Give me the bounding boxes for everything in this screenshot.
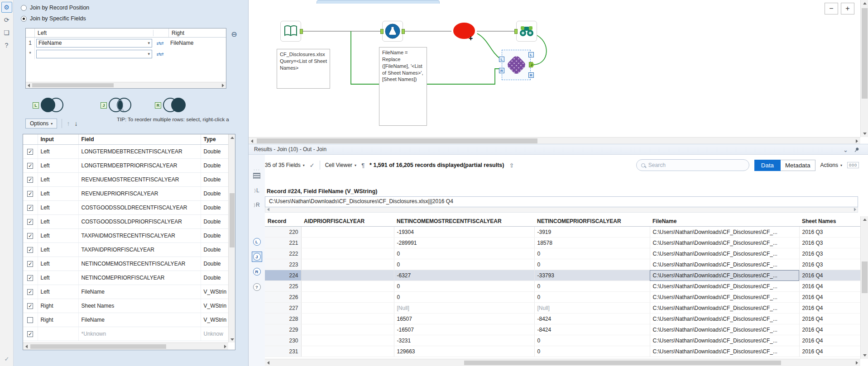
paid-prior-cell[interactable]	[301, 346, 394, 357]
cell-value-scrollbar[interactable]	[265, 207, 858, 213]
record-cell[interactable]: 228	[265, 314, 301, 324]
scroll-right-icon[interactable]	[852, 207, 858, 212]
field-checkbox[interactable]	[27, 219, 33, 225]
show-whitespace-icon[interactable]: ¶	[361, 162, 364, 169]
filename-cell[interactable]: C:\Users\Nathan\Downloads\CF_Disclosures…	[650, 346, 799, 357]
input-anchor[interactable]	[380, 29, 384, 34]
scroll-up-icon[interactable]	[861, 216, 868, 223]
data-row[interactable]: 226 0 0 C:\Users\Nathan\Downloads\CF_Dis…	[265, 292, 860, 303]
workflow-refresh-icon[interactable]: ⟳	[1, 14, 12, 25]
record-cell[interactable]: 223	[265, 259, 301, 270]
filename-cell[interactable]: C:\Users\Nathan\Downloads\CF_Disclosures…	[650, 259, 799, 270]
metadata-tab-button[interactable]: Metadata	[781, 160, 815, 171]
filename-cell[interactable]: C:\Users\Nathan\Downloads\CF_Disclosures…	[650, 238, 799, 248]
sheet-names-cell[interactable]: 2016 Q4	[799, 346, 860, 357]
radio-selected-icon[interactable]	[21, 16, 27, 22]
scroll-down-icon[interactable]	[861, 130, 868, 137]
field-row[interactable]: Right FileName V_WStrin	[23, 313, 228, 327]
join-by-record-position-option[interactable]: Join by Record Position	[21, 5, 248, 11]
field-row[interactable]: Left COSTGOODSSOLDRECENTFISCALYEAR Doubl…	[23, 200, 228, 214]
net-income-recent-cell[interactable]: 0	[394, 281, 534, 292]
grid-vertical-scrollbar[interactable]	[860, 216, 868, 359]
remove-join-row-button[interactable]: ⊖	[229, 29, 239, 39]
net-income-recent-cell[interactable]: 0	[394, 292, 534, 303]
net-income-prior-cell[interactable]: 0	[534, 281, 650, 292]
scroll-left-icon[interactable]	[249, 138, 255, 144]
field-checkbox[interactable]	[27, 261, 33, 267]
sheet-names-cell[interactable]: 2016 Q4	[799, 314, 860, 324]
sheet-names-cell[interactable]: 2016 Q3	[799, 227, 860, 238]
field-row[interactable]: Left TAXPAIDMOSTRECENTFISCALYEAR Double	[23, 228, 228, 242]
data-row[interactable]: 222 0 0 C:\Users\Nathan\Downloads\CF_Dis…	[265, 248, 860, 259]
field-checkbox[interactable]	[27, 177, 33, 183]
data-row[interactable]: 220 -19304 -3919 C:\Users\Nathan\Downloa…	[265, 227, 860, 238]
field-checkbox[interactable]	[27, 149, 33, 155]
move-row-down-icon[interactable]: ↓	[74, 120, 77, 127]
net-income-prior-cell[interactable]: 0	[534, 292, 650, 303]
paid-prior-cell[interactable]	[301, 303, 394, 314]
field-row[interactable]: Left TAXPAIDPRIORFISCALYEAR Double	[23, 242, 228, 257]
net-income-prior-cell[interactable]: [Null]	[534, 303, 650, 314]
records-view-button[interactable]	[249, 173, 265, 180]
net-income-prior-column-header[interactable]: NETINCOMEPRIORFISCALYEAR	[534, 216, 650, 227]
record-cell[interactable]: 221	[265, 238, 301, 248]
output-anchor[interactable]	[300, 29, 303, 34]
scroll-right-icon[interactable]	[220, 82, 226, 88]
input-tool-annotation[interactable]: CF_Disclosures.xlsx Query=<List of Sheet…	[277, 49, 330, 89]
sheet-names-cell[interactable]: 2016 Q4	[799, 335, 860, 346]
field-checkbox[interactable]	[27, 163, 33, 169]
field-checkbox[interactable]	[27, 205, 33, 211]
scroll-right-icon[interactable]	[222, 343, 228, 350]
zoom-in-button[interactable]: +	[841, 3, 854, 14]
field-row[interactable]: Left REVENUEPRIORFISCALYEAR Double	[23, 186, 228, 200]
net-income-recent-cell[interactable]: -289991	[394, 238, 534, 248]
field-checkbox[interactable]	[27, 289, 33, 295]
join-output-left-anchor[interactable]: L	[528, 52, 534, 57]
horizontal-scrollbar[interactable]	[26, 82, 226, 88]
search-box[interactable]	[636, 159, 749, 171]
scrollbar-thumb[interactable]	[32, 83, 114, 87]
data-row[interactable]: 223 0 0 C:\Users\Nathan\Downloads\CF_Dis…	[265, 259, 860, 270]
left-field-select[interactable]: ▾	[36, 50, 152, 58]
scroll-down-icon[interactable]	[229, 336, 235, 342]
filename-cell[interactable]: C:\Users\Nathan\Downloads\CF_Disclosures…	[650, 227, 799, 238]
net-income-prior-cell[interactable]: 0	[534, 346, 650, 357]
join-input-left-anchor[interactable]: L	[499, 57, 504, 62]
record-cell[interactable]: 229	[265, 324, 301, 335]
data-tab-button[interactable]: Data	[754, 160, 781, 171]
net-income-prior-cell[interactable]: -8424	[534, 314, 650, 324]
net-income-recent-cell[interactable]: 0	[394, 248, 534, 259]
join-input-right-anchor[interactable]: R	[499, 68, 504, 73]
net-income-recent-column-header[interactable]: NETINCOMEMOSTRECENTFISCALYEAR	[394, 216, 534, 227]
field-row[interactable]: Left LONGTERMDEBTPRIORFISCALYEAR Double	[23, 158, 228, 172]
paid-prior-cell[interactable]	[301, 270, 394, 281]
paid-prior-cell[interactable]	[301, 335, 394, 346]
field-row[interactable]: Left REVENUEMOSTRECENTFISCALYEAR Double	[23, 172, 228, 186]
input-left-connection-button[interactable]: L	[249, 187, 265, 194]
data-row[interactable]: 224 -6327 -33793 C:\Users\Nathan\Downloa…	[265, 270, 860, 281]
paid-prior-cell[interactable]	[301, 227, 394, 238]
scroll-left-icon[interactable]	[26, 82, 32, 88]
net-income-prior-cell[interactable]: -3919	[534, 227, 650, 238]
field-row[interactable]: Left NETINCOMEPRIORFISCALYEAR Double	[23, 271, 228, 285]
fields-dropdown[interactable]: 35 of 35 Fields	[265, 162, 305, 168]
net-income-prior-cell[interactable]: -8424	[534, 324, 650, 335]
search-input[interactable]	[648, 162, 734, 168]
data-row[interactable]: 229 -16507 -8424 C:\Users\Nathan\Downloa…	[265, 324, 860, 335]
filename-cell[interactable]: C:\Users\Nathan\Downloads\CF_Disclosures…	[650, 314, 799, 324]
canvas-vertical-scrollbar[interactable]	[860, 0, 868, 137]
record-column-header[interactable]: Record	[265, 216, 301, 227]
horizontal-scrollbar[interactable]	[23, 342, 228, 350]
formula-tool[interactable]	[382, 21, 403, 42]
annotation-tag-icon[interactable]: ❏	[1, 27, 12, 38]
options-button[interactable]: Options	[25, 119, 57, 128]
paid-prior-cell[interactable]	[301, 314, 394, 324]
net-income-prior-cell[interactable]: -33793	[534, 270, 650, 281]
record-cell[interactable]: 231	[265, 346, 301, 357]
filename-column-header[interactable]: FileName	[650, 216, 799, 227]
field-checkbox[interactable]	[27, 247, 33, 253]
sheet-names-cell[interactable]: 2016 Q4	[799, 303, 860, 314]
cell-viewer-dropdown[interactable]: Cell Viewer	[325, 162, 356, 168]
record-cell[interactable]: 226	[265, 292, 301, 303]
record-cell[interactable]: 224	[265, 270, 301, 281]
